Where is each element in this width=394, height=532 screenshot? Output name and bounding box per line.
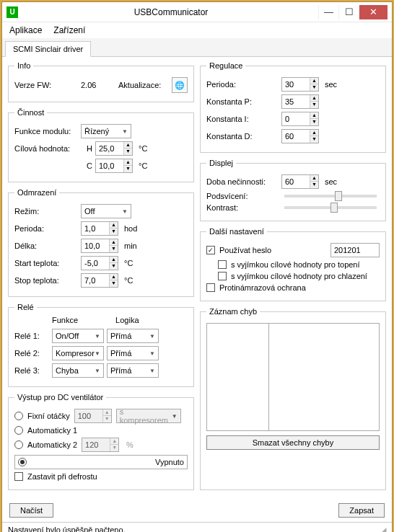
defrost-len-input[interactable]: ▲▼ [81, 239, 118, 253]
minimize-button[interactable]: — [318, 5, 338, 19]
group-other: Další nastavení ✓ Používat heslo s vyjím… [200, 227, 386, 301]
fan-auto2-value: ▲▼ [82, 438, 119, 452]
group-fan: Výstup pro DC ventilátor Fixní otáčky ▲▼… [8, 393, 194, 490]
kp-label: Konstanta P: [206, 97, 279, 106]
update-label: Aktualizace: [118, 81, 169, 89]
tabstrip: SCMI Sinclair driver [2, 38, 392, 57]
idle-input[interactable]: ▲▼ [281, 174, 319, 189]
fan-fixed-radio[interactable]: Fixní otáčky ▲▼ s kompresorem▼ [14, 409, 188, 423]
mode-select[interactable]: Řízený▼ [81, 124, 131, 138]
group-cinnost: Činnost Funkce modulu: Řízený▼ Cílová ho… [8, 108, 194, 182]
defrost-start-input[interactable]: ▲▼ [81, 256, 118, 270]
kd-label: Konstanta D: [206, 132, 279, 141]
fan-stop-defrost-check[interactable]: Zastavit při defrostu [14, 472, 188, 481]
use-password-check[interactable]: ✓ Používat heslo [206, 243, 380, 257]
defrost-len-label: Délka: [14, 241, 78, 250]
ki-label: Konstanta I: [206, 115, 279, 123]
legend-cinnost: Činnost [14, 108, 47, 117]
maximize-button[interactable]: ☐ [338, 5, 359, 19]
legend-reg: Regulace [206, 61, 245, 70]
h-mark: H [81, 144, 92, 153]
relay1-logic-select[interactable]: Přímá▼ [107, 329, 159, 343]
c-unit: °C [139, 161, 159, 170]
menu-device[interactable]: Zařízení [53, 25, 85, 35]
mode-label: Funkce modulu: [14, 127, 78, 136]
reg-period-input[interactable]: ▲▼ [281, 77, 319, 92]
window-title: USBCommunicator [24, 7, 318, 17]
legend-other: Další nastavení [206, 227, 267, 236]
group-relay: Relé FunkceLogika Relé 1: On/Off▼ Přímá▼… [8, 303, 194, 387]
app-icon: U [6, 6, 18, 18]
rezim-select[interactable]: Off▼ [81, 204, 131, 218]
relay2-logic-select[interactable]: Přímá▼ [107, 346, 159, 360]
relay3-logic-select[interactable]: Přímá▼ [107, 363, 159, 378]
group-regulation: Regulace Perioda: ▲▼ sec Konstanta P: ▲▼… [200, 61, 386, 153]
kp-input[interactable]: ▲▼ [281, 94, 319, 109]
tab-scmi[interactable]: SCMI Sinclair driver [5, 41, 91, 57]
error-listbox[interactable] [206, 323, 380, 431]
group-errors: Záznam chyb Smazat všechny chyby [200, 307, 386, 490]
group-display: Displej Doba nečinnosti: ▲▼ sec Podsvíce… [200, 159, 386, 221]
menu-app[interactable]: Aplikace [9, 25, 42, 35]
idle-label: Doba nečinnosti: [206, 177, 279, 186]
group-info: Info Verze FW: 2.06 Aktualizace: 🌐 [8, 61, 194, 102]
rezim-label: Režim: [14, 207, 78, 216]
defrost-start-label: Start teplota: [14, 259, 78, 267]
legend-fan: Výstup pro DC ventilátor [14, 393, 106, 402]
except-heat-check[interactable]: s vyjímkou cílové hodnoty pro topení [218, 260, 380, 269]
fan-off-radio[interactable]: Vypnuto [14, 455, 188, 469]
group-defrost: Odmrazení Režim: Off▼ Perioda: ▲▼ hod Dé… [8, 188, 194, 297]
contrast-slider[interactable] [284, 206, 377, 209]
fw-value: 2.06 [81, 81, 115, 89]
h-unit: °C [139, 144, 159, 153]
save-button[interactable]: Zapsat [338, 503, 385, 518]
globe-icon: 🌐 [175, 81, 185, 90]
relay1-label: Relé 1: [14, 332, 49, 340]
h-value-input[interactable]: ▲▼ [95, 141, 133, 156]
c-mark: C [81, 161, 92, 170]
password-input[interactable] [330, 243, 380, 257]
ki-input[interactable]: ▲▼ [281, 112, 319, 126]
fw-label: Verze FW: [14, 81, 78, 89]
defrost-period-label: Perioda: [14, 224, 78, 233]
fan-fixed-mode: s kompresorem▼ [116, 409, 181, 423]
legend-disp: Displej [206, 159, 236, 167]
fan-auto2-radio[interactable]: Automaticky 2 ▲▼ % [14, 438, 188, 452]
except-cool-check[interactable]: s vyjímkou cílové hodnoty pro chlazení [218, 272, 380, 280]
titlebar: U USBCommunicator — ☐ ✕ [2, 2, 392, 22]
fan-fixed-value: ▲▼ [74, 409, 112, 423]
close-button[interactable]: ✕ [359, 5, 388, 19]
fan-auto1-radio[interactable]: Automaticky 1 [14, 426, 188, 435]
app-window: U USBCommunicator — ☐ ✕ Aplikace Zařízen… [1, 1, 393, 532]
backlight-slider[interactable] [284, 195, 377, 198]
legend-info: Info [14, 61, 33, 70]
antifrost-check[interactable]: Protinámrazová ochrana [206, 283, 380, 292]
defrost-stop-input[interactable]: ▲▼ [81, 273, 118, 288]
reg-period-label: Perioda: [206, 80, 279, 89]
legend-errors: Záznam chyb [206, 307, 260, 316]
menubar: Aplikace Zařízení [2, 22, 392, 38]
legend-relay: Relé [14, 303, 37, 311]
chevron-down-icon: ▼ [122, 128, 128, 135]
relay1-func-select[interactable]: On/Off▼ [52, 329, 104, 343]
backlight-label: Podsvícení: [206, 192, 279, 200]
defrost-stop-label: Stop teplota: [14, 276, 78, 285]
relay3-label: Relé 3: [14, 366, 49, 375]
defrost-period-input[interactable]: ▲▼ [81, 221, 118, 236]
relay2-label: Relé 2: [14, 349, 49, 358]
status-text: Nastavení bylo úspěšně načteno. [8, 526, 126, 532]
c-value-input[interactable]: ▲▼ [95, 159, 133, 173]
clear-errors-button[interactable]: Smazat všechny chyby [206, 435, 380, 450]
target-label: Cílová hodnota: [14, 144, 78, 153]
contrast-label: Kontrast: [206, 203, 279, 212]
kd-input[interactable]: ▲▼ [281, 129, 319, 143]
load-button[interactable]: Načíst [9, 503, 53, 518]
update-button[interactable]: 🌐 [172, 77, 188, 93]
relay3-func-select[interactable]: Chyba▼ [52, 363, 104, 378]
legend-defrost: Odmrazení [14, 188, 59, 197]
relay2-func-select[interactable]: Kompresor▼ [52, 346, 104, 360]
resize-grip-icon[interactable]: ◢ [380, 526, 386, 532]
